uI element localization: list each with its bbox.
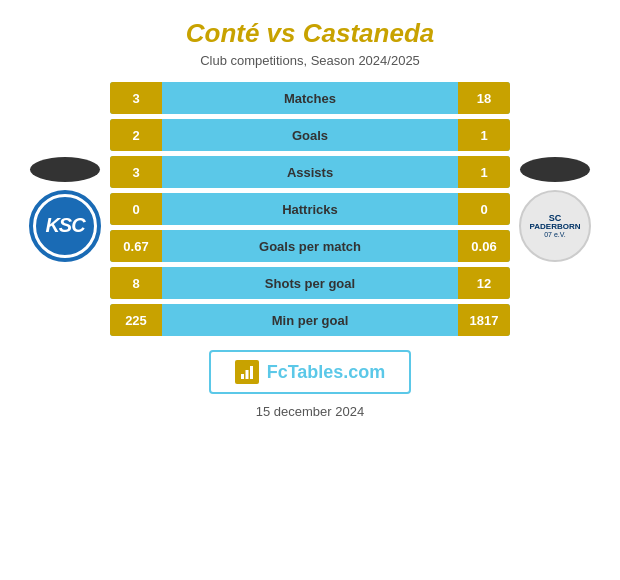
paderborn-year: 07 e.V. — [544, 231, 566, 238]
logo-left: KSC — [20, 157, 110, 262]
stat-right-value: 0 — [458, 193, 510, 225]
stat-left-value: 3 — [110, 156, 162, 188]
stat-row: 3Matches18 — [110, 82, 510, 114]
ksc-inner: KSC — [33, 194, 97, 258]
stat-row: 3Assists1 — [110, 156, 510, 188]
fctables-banner: FcTables.com — [209, 350, 412, 394]
page-subtitle: Club competitions, Season 2024/2025 — [200, 53, 420, 68]
svg-rect-0 — [241, 374, 244, 379]
stat-label: Goals — [162, 128, 458, 143]
footer-date: 15 december 2024 — [256, 404, 364, 419]
paderborn-inner: SC PADERBORN 07 e.V. — [530, 213, 581, 239]
page-title: Conté vs Castaneda — [186, 18, 435, 49]
stat-right-value: 12 — [458, 267, 510, 299]
page-wrapper: Conté vs Castaneda Club competitions, Se… — [0, 0, 620, 580]
stat-label: Goals per match — [162, 239, 458, 254]
fctables-icon — [235, 360, 259, 384]
stat-row: 8Shots per goal12 — [110, 267, 510, 299]
stat-left-value: 0 — [110, 193, 162, 225]
stat-label: Assists — [162, 165, 458, 180]
right-shape — [520, 157, 590, 182]
stat-left-value: 2 — [110, 119, 162, 151]
stat-label: Hattricks — [162, 202, 458, 217]
ksc-text: KSC — [45, 214, 84, 237]
stats-area: 3Matches182Goals13Assists10Hattricks00.6… — [110, 82, 510, 336]
stat-row: 2Goals1 — [110, 119, 510, 151]
stat-row: 0.67Goals per match0.06 — [110, 230, 510, 262]
fctables-label: FcTables.com — [267, 362, 386, 382]
logo-right: SC PADERBORN 07 e.V. — [510, 157, 600, 262]
stat-label: Min per goal — [162, 313, 458, 328]
stat-right-value: 1 — [458, 119, 510, 151]
stat-left-value: 0.67 — [110, 230, 162, 262]
stat-right-value: 18 — [458, 82, 510, 114]
left-shape — [30, 157, 100, 182]
comparison-area: KSC 3Matches182Goals13Assists10Hattricks… — [20, 82, 600, 336]
stat-row: 225Min per goal1817 — [110, 304, 510, 336]
stat-right-value: 1 — [458, 156, 510, 188]
ksc-logo: KSC — [29, 190, 101, 262]
fctables-text: FcTables.com — [267, 362, 386, 383]
svg-rect-1 — [245, 370, 248, 379]
paderborn-logo: SC PADERBORN 07 e.V. — [519, 190, 591, 262]
stat-left-value: 8 — [110, 267, 162, 299]
stat-right-value: 0.06 — [458, 230, 510, 262]
stat-right-value: 1817 — [458, 304, 510, 336]
stat-row: 0Hattricks0 — [110, 193, 510, 225]
stat-label: Shots per goal — [162, 276, 458, 291]
stat-left-value: 225 — [110, 304, 162, 336]
paderborn-name: PADERBORN — [530, 223, 581, 232]
stat-left-value: 3 — [110, 82, 162, 114]
stat-label: Matches — [162, 91, 458, 106]
svg-rect-2 — [250, 366, 253, 379]
